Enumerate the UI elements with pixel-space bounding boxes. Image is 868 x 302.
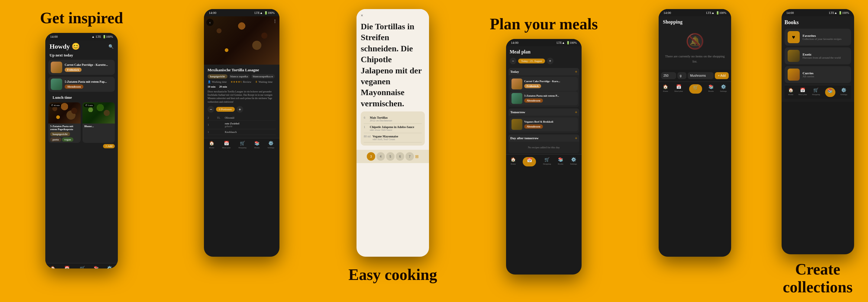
recipe-row-2[interactable]: 5-Zutaten Pasta mit rotem Pap... Abendes…: [48, 77, 115, 92]
book-info-curries: Curries All curries: [803, 71, 814, 78]
nav-books-5[interactable]: 📚 Books: [708, 84, 714, 94]
recipe-row-1[interactable]: Carrot Cake Porridge - Karotte... Frühst…: [48, 60, 115, 75]
back-button[interactable]: ‹: [206, 19, 214, 26]
meal-tag-3: Abendessen: [524, 125, 543, 129]
nav-mealplan-5[interactable]: 📅 Meal plan: [674, 84, 683, 94]
lunch-card-2[interactable]: ⏱ 5 min Blume...: [83, 102, 115, 143]
shopping-add-btn[interactable]: + Add: [715, 72, 729, 79]
grid-icon[interactable]: ⊞: [415, 154, 419, 159]
ing-detail-3: Vegane Mayonnaise oder Aioli, Sour Cream: [373, 135, 398, 141]
nav-shopping-4[interactable]: 🛒 Shopping: [543, 157, 551, 166]
ing-name-3: Knoblauch: [225, 131, 237, 133]
search-icon[interactable]: 🔍: [108, 44, 114, 49]
nav-shopping-2[interactable]: 🛒 Shopping: [238, 141, 247, 149]
nav-mealplan-2[interactable]: 📅 Meal plan: [222, 141, 230, 149]
s1-header: Howdy 😊 🔍: [45, 40, 118, 52]
step-btn-6[interactable]: 6: [396, 152, 404, 161]
lte-icon: LTE: [96, 35, 101, 38]
settings-icon-6: ⚙️: [841, 88, 846, 93]
recipe-times: 10 min 20 min: [208, 85, 276, 88]
book-item-exotic[interactable]: Exotic Flavours from all around the worl…: [785, 47, 851, 64]
shopping-icon-6: 🛒: [813, 88, 818, 93]
nav-home-4[interactable]: 🏠 Home: [510, 157, 516, 166]
nav-settings-6[interactable]: ⚙️ Settings: [840, 88, 847, 97]
home-icon-4: 🏠: [510, 157, 516, 162]
nav-home-6[interactable]: 🏠 Home: [788, 88, 794, 97]
tomorrow-add-btn[interactable]: +: [575, 110, 577, 114]
nav-shopping-1[interactable]: 🛒 Shopping: [78, 266, 86, 268]
day-after-add-btn[interactable]: +: [575, 136, 577, 140]
shopping-icon-5: 🛒: [693, 85, 698, 90]
meal-item-1[interactable]: Carrot Cake Porridge - Karo... Frühstück: [510, 77, 578, 91]
nav-home-5[interactable]: 🏠 Home: [663, 84, 668, 94]
nav-settings-4[interactable]: ⚙️ Settings: [570, 157, 577, 166]
date-next-btn[interactable]: +: [547, 58, 554, 64]
mealplan-icon-4: 📅: [527, 158, 532, 163]
tomorrow-label: Tomorrow: [510, 110, 525, 114]
nav-settings-1[interactable]: ⚙️ Settings: [106, 266, 113, 268]
unit-input[interactable]: [677, 72, 686, 79]
stars: ★★★★½: [230, 80, 242, 83]
plan-meals-title: Plan your meals: [490, 15, 598, 33]
close-button[interactable]: ×: [361, 13, 425, 18]
lte-icon-5: LTE▲: [706, 11, 714, 14]
portion-control: − 6 Portionen +: [208, 106, 276, 113]
review-meta: ★★★★½ Review: [230, 80, 251, 83]
recipe-tag-1: Frühstück: [65, 68, 82, 72]
lunch-card-info-2: Blume...: [83, 124, 115, 129]
nav-shopping-6[interactable]: 🛒 Shopping: [812, 88, 820, 97]
add-button-1[interactable]: + Add: [103, 144, 115, 148]
nav-home-label-4: Home: [510, 163, 516, 165]
step-btn-4[interactable]: 4: [376, 152, 385, 161]
ingredient-zwiebel: 1 rote Zwiebel gehackt: [208, 121, 276, 129]
quantity-input[interactable]: [661, 72, 676, 79]
battery-icon-5: 🔋100%: [716, 11, 726, 14]
item-input[interactable]: [688, 72, 714, 79]
nav-home-2[interactable]: 🏠 Home: [209, 141, 214, 149]
nav-shopping-5[interactable]: 🛒 Shopping: [689, 84, 702, 94]
nav-mealplan-1[interactable]: 📅 Meal plan: [63, 266, 71, 268]
today-add-btn[interactable]: +: [575, 69, 577, 74]
recipe-thumb-2: [51, 78, 62, 90]
nav-books-1[interactable]: 📚 Books: [94, 266, 99, 268]
nav-settings-label-5: Settings: [720, 90, 727, 92]
nav-mealplan-4[interactable]: 📅 Meal plan: [523, 157, 536, 166]
ing-amount-1: 2: [208, 116, 215, 119]
nav-home-label-2: Home: [209, 146, 214, 149]
step-btn-3[interactable]: 3: [367, 152, 375, 161]
recipe-description: Diese mexikanische Tortilla Lasagne ist …: [208, 90, 276, 104]
status-bar-4: 14:00 LTE▲ 🔋100%: [506, 39, 582, 46]
shopping-input-row: + Add: [659, 70, 731, 81]
nav-books-2[interactable]: 📚 Books: [254, 141, 260, 149]
recipe-hero: ‹ ⋮: [204, 16, 279, 65]
easy-cooking-title: Easy cooking: [348, 266, 437, 283]
create-collections-title: Create collections: [773, 260, 862, 296]
date-prev-btn[interactable]: −: [510, 58, 516, 64]
book-item-favorites[interactable]: ♥ Favorites Collection of your favourite…: [785, 29, 851, 45]
status-icons-2: LTE▲ 🔋100%: [254, 11, 275, 14]
portion-decrease[interactable]: −: [208, 106, 214, 113]
nav-books-label-5: Books: [708, 90, 714, 92]
nav-mealplan-6[interactable]: 📅 Meal plan: [799, 88, 807, 97]
ing-name-cook-2: Chipotle Jalapeno in Adobo-Sauce: [370, 125, 414, 129]
nav-books-label-6: Books: [828, 94, 833, 96]
step-btn-5[interactable]: 5: [386, 152, 395, 161]
ing-detail-2: Chipotle Jalapeno in Adobo-Sauce oder et…: [370, 125, 414, 131]
nav-settings-2[interactable]: ⚙️ Settings: [268, 141, 274, 149]
portion-increase[interactable]: +: [237, 106, 243, 113]
nav-settings-5[interactable]: ⚙️ Settings: [720, 84, 727, 94]
tag-hauptgericht: hauptgericht: [50, 132, 70, 136]
nav-home-1[interactable]: 🏠 Home: [50, 266, 55, 268]
meal-item-3[interactable]: Veganes Beef & Brokkoli Abendessen: [510, 118, 578, 131]
nav-books-4[interactable]: 📚 Books: [558, 157, 563, 166]
book-item-curries[interactable]: Curries All curries: [785, 66, 851, 83]
lunch-card-1[interactable]: ⏱ 40 min 5-Zutaten Pasta mit rotem Papri…: [48, 102, 81, 143]
menu-button[interactable]: ⋮: [273, 19, 277, 24]
meal-item-2[interactable]: 5-Zutaten Pasta mit rotem P... Abendesse…: [510, 92, 578, 105]
lunch-card-name-2: Blume...: [84, 125, 113, 128]
nav-books-6[interactable]: 📚 Books: [825, 88, 835, 97]
nav-home-label-6: Home: [788, 93, 794, 96]
shopping-icon-1: 🛒: [80, 266, 85, 268]
book-thumb-favorites: ♥: [787, 31, 800, 43]
step-btn-7[interactable]: 7: [405, 152, 414, 161]
